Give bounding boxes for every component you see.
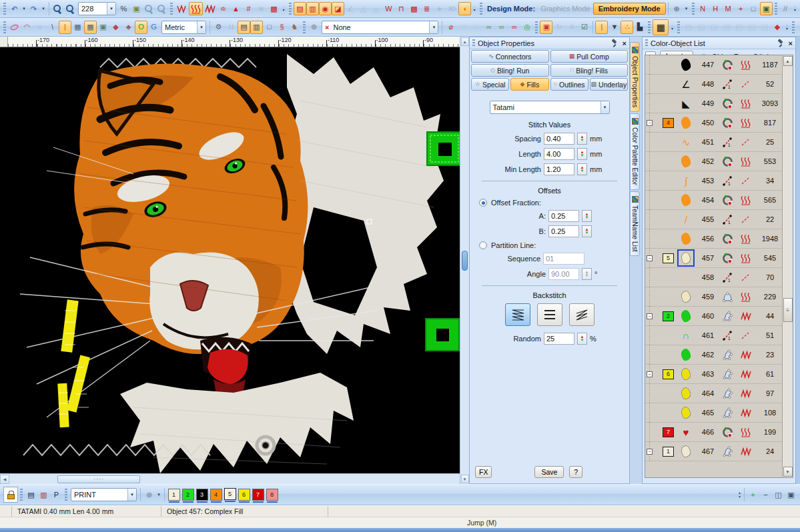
toolbar-grip[interactable]: [677, 21, 680, 33]
object-row-455[interactable]: /455122: [645, 210, 782, 229]
backdrop-image-tool[interactable]: ▣: [97, 21, 109, 34]
fill-hole-tool[interactable]: ◆: [771, 21, 783, 34]
frame-view-button[interactable]: ▣: [785, 488, 797, 501]
object-row-450[interactable]: −4450817: [645, 113, 782, 133]
length-input[interactable]: [544, 148, 574, 160]
backstitch-standard-button[interactable]: [505, 303, 530, 326]
offset-fraction-radio[interactable]: [479, 199, 487, 207]
line-node-tool[interactable]: \: [46, 21, 59, 34]
overflow-chevron-icon[interactable]: ··▾: [792, 1, 799, 16]
panel-splitter-handle[interactable]: [462, 251, 468, 271]
lattice-effect-button[interactable]: ▩: [408, 2, 420, 15]
units-combo[interactable]: Metric▾: [161, 21, 206, 34]
list-vertical-scrollbar[interactable]: ▲ ≡ ▼: [782, 55, 793, 477]
remove-color-button[interactable]: −: [759, 488, 772, 501]
parallel-lines-button[interactable]: ≣: [420, 2, 433, 15]
redo-button[interactable]: ↷: [27, 2, 40, 15]
mirror-x-tool[interactable]: ⋈: [797, 21, 800, 34]
collapse-expander[interactable]: −: [647, 449, 653, 455]
color-block-6[interactable]: 6: [663, 369, 674, 379]
colorway-dropdown[interactable]: ▾: [155, 488, 162, 501]
scroll-track[interactable]: ≡: [783, 67, 793, 466]
shapes-tool[interactable]: ◆: [109, 21, 122, 34]
object-row-463[interactable]: −646361: [645, 365, 782, 384]
overflow-chevron-icon[interactable]: ··▾: [280, 1, 287, 16]
single-stitch-tool[interactable]: |: [59, 21, 71, 34]
trapunto-button[interactable]: ◖: [458, 2, 471, 15]
object-row-464[interactable]: 46497: [645, 384, 782, 403]
titlebar-grip[interactable]: [645, 39, 648, 47]
palette-color-5[interactable]: 5: [224, 488, 236, 500]
collapse-expander[interactable]: −: [647, 255, 653, 261]
scroll-down-arrow[interactable]: ▼: [783, 467, 793, 477]
color-block-4[interactable]: 4: [663, 118, 674, 128]
color-blocks-tool[interactable]: ▤: [238, 21, 250, 34]
toolbar-grip[interactable]: [303, 21, 306, 33]
length-spinner[interactable]: ▲▼: [577, 148, 587, 160]
scroll-left-arrow[interactable]: ◀: [0, 475, 9, 484]
show-graphics-button[interactable]: ▣: [130, 2, 143, 15]
partition-line-radio[interactable]: [479, 241, 487, 249]
toolbar-grip[interactable]: [3, 21, 6, 33]
scroll-up-arrow[interactable]: ▲: [783, 56, 793, 66]
object-row-457[interactable]: −5457545: [645, 249, 782, 268]
random-input[interactable]: [544, 333, 574, 345]
bead-link-1-tool[interactable]: ∞: [482, 21, 495, 34]
stitch-h-button[interactable]: H: [709, 2, 722, 15]
offset-b-spinner[interactable]: ▲▼: [582, 225, 592, 237]
undo-button[interactable]: ↶: [8, 2, 21, 15]
colorway-button[interactable]: ⊛: [143, 488, 155, 501]
fill-effect-3-button[interactable]: ◉: [319, 2, 332, 15]
toolbar-grip[interactable]: [792, 21, 795, 33]
satin-fill-button[interactable]: [203, 2, 217, 15]
stitch-player-tool[interactable]: ▦: [653, 19, 669, 35]
open-shape-tool[interactable]: ◠: [21, 21, 33, 34]
tab-connectors[interactable]: ∿Connectors: [471, 50, 549, 63]
design-info-tool[interactable]: □: [263, 21, 276, 34]
horizontal-scroll-thumb[interactable]: [57, 475, 140, 483]
offset-a-spinner[interactable]: ▲▼: [582, 210, 592, 222]
letter-o-tool[interactable]: O: [135, 21, 147, 34]
cross-stitch-button[interactable]: ▩: [268, 2, 280, 15]
write-to-card-button[interactable]: ▥: [37, 488, 50, 501]
toolbar-grip[interactable]: [20, 489, 23, 501]
stitch-list-tool[interactable]: ▥: [250, 21, 263, 34]
titlebar-grip[interactable]: [472, 39, 475, 47]
freehand-shape-tool[interactable]: ◌: [33, 21, 46, 34]
help-button[interactable]: ?: [569, 466, 582, 478]
canvas-vertical-scrollbar[interactable]: ▲ ▼: [460, 37, 469, 484]
collapse-expander[interactable]: −: [647, 313, 653, 319]
redo-dropdown[interactable]: ▾: [40, 2, 47, 15]
zoom-1to1-button[interactable]: [64, 2, 77, 15]
machine-stitch-tool[interactable]: ▙: [633, 21, 646, 34]
color-block-5[interactable]: 5: [663, 253, 674, 263]
stitch-n-button[interactable]: N: [697, 2, 709, 15]
slash-tool-button[interactable]: //: [779, 2, 792, 15]
object-row-465[interactable]: 465108: [645, 403, 782, 423]
chevron-down-icon[interactable]: ▾: [197, 21, 206, 33]
toolbar-grip[interactable]: [65, 489, 67, 501]
hoop-window-tool[interactable]: ▦: [84, 21, 97, 34]
palette-color-8[interactable]: 8: [266, 489, 278, 501]
machine-function-button[interactable]: ▣: [760, 2, 773, 15]
output-device-combo[interactable]: PRINT▾: [71, 488, 137, 501]
tatami-fill-button[interactable]: [189, 2, 203, 15]
color-block-2[interactable]: 2: [663, 311, 674, 321]
object-row-451[interactable]: ∿451125: [645, 133, 782, 152]
toolbar-grip[interactable]: [775, 3, 777, 15]
globe-dropdown[interactable]: ▾: [683, 2, 690, 15]
chevron-down-icon[interactable]: ▾: [127, 489, 136, 501]
fx-button[interactable]: FX: [475, 466, 492, 478]
canvas-horizontal-scrollbar[interactable]: ◀: [0, 473, 460, 484]
object-row-466[interactable]: 7♥466199: [645, 423, 782, 442]
colorway-wheel-tool[interactable]: ⊛: [308, 21, 320, 34]
zoom-tool-button[interactable]: [51, 2, 64, 15]
scroll-up-arrow[interactable]: ▲: [461, 37, 469, 46]
needle-point-tool[interactable]: |: [595, 21, 608, 34]
hoop-center-tool[interactable]: ▣: [540, 21, 552, 34]
side-tab-color-palette-editor[interactable]: Color Palette Editor: [630, 113, 640, 190]
palette-color-4[interactable]: 4: [210, 489, 222, 501]
toolbar-grip[interactable]: [535, 21, 538, 33]
fill-type-combo[interactable]: Tatami▾: [490, 101, 610, 114]
collapse-expander[interactable]: −: [647, 371, 653, 377]
